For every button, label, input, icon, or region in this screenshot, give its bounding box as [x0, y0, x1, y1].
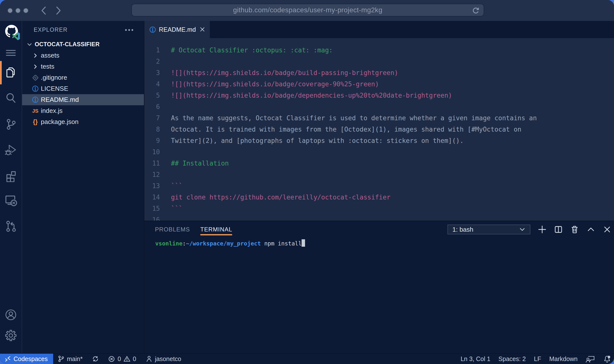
line-number: 9	[144, 135, 160, 146]
trash-icon	[570, 225, 579, 234]
terminal-output[interactable]: vsonline:~/workspace/my_project npm inst…	[144, 238, 614, 248]
line-number: 15	[144, 203, 160, 214]
file-tree: OCTOCAT-CLASSIFIER assets tests	[22, 39, 144, 127]
tree-root-octocat-classifier[interactable]: OCTOCAT-CLASSIFIER	[22, 39, 144, 50]
plus-icon	[538, 225, 547, 234]
shell-selector[interactable]: 1: bash	[447, 225, 530, 234]
reload-icon	[472, 7, 480, 15]
activity-search-button[interactable]	[0, 89, 22, 106]
tree-item-label: assets	[41, 52, 59, 59]
browser-forward-button[interactable]	[53, 5, 64, 16]
line-number: 14	[144, 192, 160, 203]
line-number: 10	[144, 146, 160, 158]
user-label: jasonetco	[155, 355, 181, 363]
feedback-icon[interactable]	[586, 355, 595, 363]
panel-tab-list: PROBLEMS TERMINAL	[155, 221, 232, 238]
code-line: 5![](https://img.shields.io/badge/depend…	[144, 90, 614, 101]
code-line: 2	[144, 56, 614, 67]
search-icon	[5, 92, 16, 104]
eol-item[interactable]: LF	[534, 355, 541, 363]
branch-status-item[interactable]: main*	[58, 355, 83, 363]
window-minimize-button[interactable]	[15, 8, 21, 13]
codespaces-label: Codespaces	[14, 355, 48, 363]
github-codespaces-logo[interactable]	[0, 24, 22, 40]
problems-status-item[interactable]: 0 0	[108, 355, 136, 363]
activity-settings-button[interactable]	[0, 327, 22, 344]
language-mode-item[interactable]: Markdown	[549, 355, 578, 363]
activity-pull-requests-button[interactable]	[0, 218, 22, 235]
line-number: 3	[144, 67, 160, 78]
line-number: 4	[144, 78, 160, 90]
status-right-group: Ln 3, Col 1 Spaces: 2 LF Markdown	[460, 355, 614, 363]
tab-close-icon[interactable]	[200, 27, 205, 32]
split-terminal-button[interactable]	[554, 225, 563, 234]
terminal-separator: :	[183, 240, 186, 247]
activity-source-control-button[interactable]	[0, 116, 22, 133]
bottom-panel: PROBLEMS TERMINAL 1: bash	[144, 221, 614, 353]
panel-header: PROBLEMS TERMINAL 1: bash	[144, 221, 614, 238]
tab-terminal[interactable]: TERMINAL	[200, 221, 232, 238]
notifications-bell-icon[interactable]	[603, 355, 611, 363]
tree-item-readme[interactable]: README.md	[22, 94, 144, 105]
code-line: 12	[144, 169, 614, 180]
tree-item-gitignore[interactable]: .gitignore	[22, 72, 144, 83]
code-line: 15```	[144, 203, 614, 214]
chevron-down-icon	[27, 42, 32, 47]
new-terminal-button[interactable]	[537, 225, 547, 234]
tab-readme[interactable]: README.md	[144, 21, 210, 38]
chevron-up-icon	[587, 225, 595, 234]
info-file-icon	[32, 96, 39, 103]
hamburger-menu-icon	[5, 49, 16, 57]
kill-terminal-button[interactable]	[570, 225, 579, 234]
status-left-group: main* 0 0 jasonetc	[58, 355, 181, 363]
tree-item-tests[interactable]: tests	[22, 61, 144, 72]
line-number: 1	[144, 45, 160, 56]
reload-button[interactable]	[472, 7, 480, 15]
activity-extensions-button[interactable]	[0, 167, 22, 185]
menu-button[interactable]	[0, 44, 22, 61]
more-actions-button[interactable]	[125, 26, 134, 34]
tree-item-license[interactable]: LICENSE	[22, 83, 144, 94]
window-zoom-button[interactable]	[23, 8, 29, 13]
tab-problems[interactable]: PROBLEMS	[155, 221, 190, 238]
tree-item-assets[interactable]: assets	[22, 50, 144, 61]
tree-item-label: tests	[41, 63, 54, 70]
info-file-icon	[32, 85, 39, 92]
chevron-right-icon	[32, 63, 39, 70]
code-text: ![](https://img.shields.io/badge/build-p…	[171, 67, 398, 78]
maximize-panel-button[interactable]	[586, 225, 595, 234]
close-panel-button[interactable]	[602, 225, 612, 234]
code-line: 14git clone https://github.com/leereilly…	[144, 192, 614, 203]
window-close-button[interactable]	[7, 8, 13, 13]
codespaces-status-item[interactable]: Codespaces	[0, 354, 53, 364]
editor-tab-bar: README.md	[144, 21, 614, 38]
tree-item-label: README.md	[41, 96, 79, 104]
chevron-right-icon	[32, 52, 39, 59]
user-status-item[interactable]: jasonetco	[146, 355, 181, 363]
terminal-cursor	[302, 239, 305, 247]
info-file-icon	[149, 26, 156, 33]
cursor-position-item[interactable]: Ln 3, Col 1	[460, 355, 490, 363]
editor-group: README.md 1# Octocat Classifier :octopus…	[144, 21, 614, 353]
activity-explorer-button[interactable]	[0, 64, 22, 81]
tree-item-packagejson[interactable]: {} package.json	[22, 116, 144, 127]
code-text: Octocat. It is trained with images from …	[171, 124, 521, 135]
activity-account-button[interactable]	[0, 306, 22, 323]
tree-item-indexjs[interactable]: JS index.js	[22, 105, 144, 116]
gear-icon	[5, 330, 17, 341]
code-line: 1# Octocat Classifier :octopus: :cat: :m…	[144, 45, 614, 56]
code-text: ## Installation	[171, 158, 229, 169]
code-text: ```	[171, 180, 183, 192]
sync-status-item[interactable]	[92, 355, 99, 362]
code-line: 10	[144, 146, 614, 158]
line-number: 12	[144, 169, 160, 180]
code-line: 7As the name suggests, Octocat Classifie…	[144, 112, 614, 124]
address-bar[interactable]: github.com/codespaces/user-my-project-mg…	[131, 4, 484, 16]
activity-run-debug-button[interactable]	[0, 141, 22, 159]
browser-back-button[interactable]	[38, 5, 49, 16]
indentation-item[interactable]: Spaces: 2	[498, 355, 526, 363]
remote-explorer-icon	[4, 194, 17, 206]
code-editor[interactable]: 1# Octocat Classifier :octopus: :cat: :m…	[144, 38, 614, 221]
terminal-command: npm install	[261, 240, 302, 247]
activity-remote-explorer-button[interactable]	[0, 192, 22, 209]
